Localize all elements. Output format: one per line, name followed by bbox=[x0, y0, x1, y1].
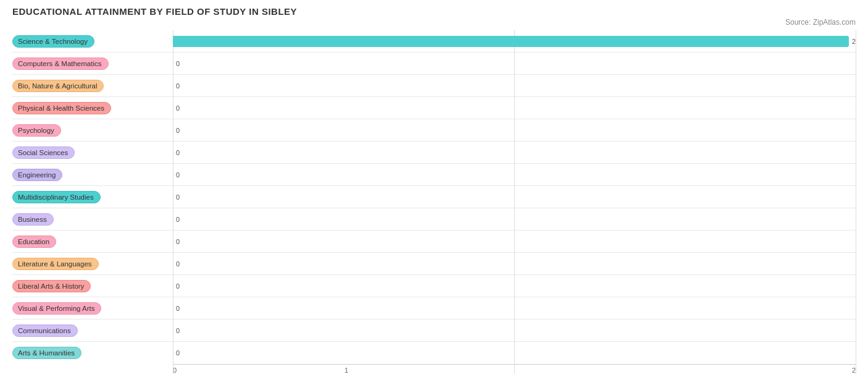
bar-row-multidisciplinary-studies: Multidisciplinary Studies0 bbox=[12, 186, 856, 208]
pill-education: Education bbox=[12, 235, 56, 248]
pill-bio-nature-agricultural: Bio, Nature & Agricultural bbox=[12, 80, 104, 92]
bar-row-science-technology: Science & Technology2 bbox=[12, 30, 856, 53]
pill-literature-languages: Literature & Languages bbox=[12, 258, 99, 270]
bar-value-science-technology: 2 bbox=[852, 38, 856, 45]
pill-science-technology: Science & Technology bbox=[12, 35, 94, 48]
bar-row-visual-performing-arts: Visual & Performing Arts0 bbox=[12, 297, 856, 320]
bar-value-bio-nature-agricultural: 0 bbox=[176, 82, 180, 90]
bar-value-business: 0 bbox=[176, 216, 180, 223]
bar-value-multidisciplinary-studies: 0 bbox=[176, 193, 180, 201]
pill-communications: Communications bbox=[12, 324, 78, 337]
bar-container-psychology: 0 bbox=[173, 124, 856, 137]
source-label: Source: ZipAtlas.com bbox=[12, 18, 856, 27]
bar-row-bio-nature-agricultural: Bio, Nature & Agricultural0 bbox=[12, 75, 856, 97]
pill-business: Business bbox=[12, 213, 54, 226]
bar-value-arts-humanities: 0 bbox=[176, 349, 180, 357]
pill-social-sciences: Social Sciences bbox=[12, 146, 75, 159]
bar-container-liberal-arts-history: 0 bbox=[173, 280, 856, 292]
bar-row-engineering: Engineering0 bbox=[12, 164, 856, 186]
pill-physical-health-sciences: Physical & Health Sciences bbox=[12, 102, 111, 114]
bar-value-visual-performing-arts: 0 bbox=[176, 305, 180, 312]
bar-container-bio-nature-agricultural: 0 bbox=[173, 80, 856, 92]
bar-row-social-sciences: Social Sciences0 bbox=[12, 142, 856, 164]
pill-visual-performing-arts: Visual & Performing Arts bbox=[12, 302, 101, 315]
bar-value-engineering: 0 bbox=[176, 171, 180, 179]
pill-liberal-arts-history: Liberal Arts & History bbox=[12, 280, 91, 292]
bar-row-literature-languages: Literature & Languages0 bbox=[12, 253, 856, 275]
pill-engineering: Engineering bbox=[12, 169, 62, 181]
bar-value-liberal-arts-history: 0 bbox=[176, 282, 180, 290]
bar-row-business: Business0 bbox=[12, 208, 856, 231]
bar-value-physical-health-sciences: 0 bbox=[176, 104, 180, 112]
bar-value-education: 0 bbox=[176, 238, 180, 245]
bar-row-physical-health-sciences: Physical & Health Sciences0 bbox=[12, 97, 856, 119]
bar-value-psychology: 0 bbox=[176, 127, 180, 134]
chart-area: Science & Technology2Computers & Mathema… bbox=[12, 30, 856, 374]
bar-container-arts-humanities: 0 bbox=[173, 347, 856, 359]
bar-row-arts-humanities: Arts & Humanities0 bbox=[12, 342, 856, 364]
bar-container-multidisciplinary-studies: 0 bbox=[173, 191, 856, 203]
bar-container-physical-health-sciences: 0 bbox=[173, 102, 856, 114]
bar-container-computers-mathematics: 0 bbox=[173, 57, 856, 70]
bar-value-literature-languages: 0 bbox=[176, 260, 180, 268]
pill-computers-mathematics: Computers & Mathematics bbox=[12, 57, 109, 70]
pill-psychology: Psychology bbox=[12, 124, 61, 137]
bar-container-communications: 0 bbox=[173, 324, 856, 337]
bar-container-engineering: 0 bbox=[173, 169, 856, 181]
bar-container-literature-languages: 0 bbox=[173, 258, 856, 270]
bar-row-education: Education0 bbox=[12, 231, 856, 253]
pill-arts-humanities: Arts & Humanities bbox=[12, 347, 81, 359]
bar-row-psychology: Psychology0 bbox=[12, 119, 856, 142]
pill-multidisciplinary-studies: Multidisciplinary Studies bbox=[12, 191, 101, 203]
bar-container-science-technology: 2 bbox=[173, 35, 856, 48]
chart-title: EDUCATIONAL ATTAINMENT BY FIELD OF STUDY… bbox=[12, 6, 856, 17]
x-axis-label-1: 1 bbox=[177, 367, 516, 374]
bar-row-communications: Communications0 bbox=[12, 320, 856, 342]
bar-container-education: 0 bbox=[173, 235, 856, 248]
bar-row-computers-mathematics: Computers & Mathematics0 bbox=[12, 53, 856, 75]
bar-value-computers-mathematics: 0 bbox=[176, 60, 180, 67]
bar-value-social-sciences: 0 bbox=[176, 149, 180, 156]
bar-container-social-sciences: 0 bbox=[173, 146, 856, 159]
bar-container-business: 0 bbox=[173, 213, 856, 226]
bar-row-liberal-arts-history: Liberal Arts & History0 bbox=[12, 275, 856, 297]
bar-container-visual-performing-arts: 0 bbox=[173, 302, 856, 315]
bar-value-communications: 0 bbox=[176, 327, 180, 334]
x-axis-label-2: 2 bbox=[516, 367, 856, 374]
bar-science-technology bbox=[173, 36, 849, 47]
